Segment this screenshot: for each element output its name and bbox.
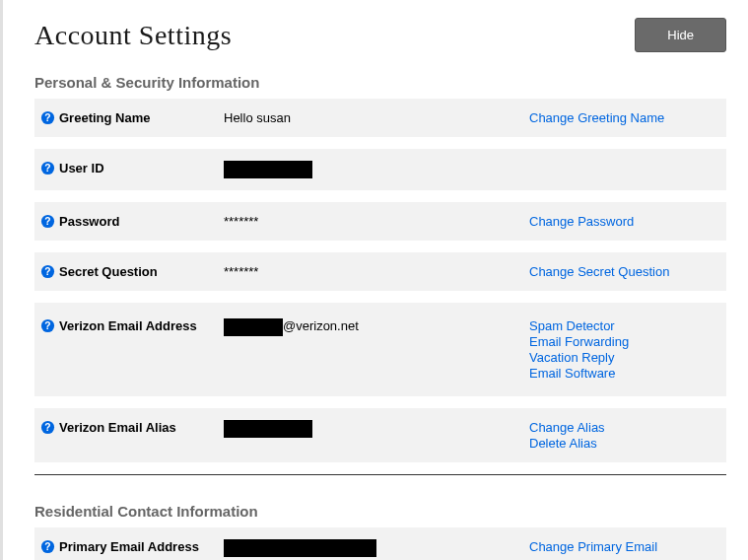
page-title: Account Settings (34, 20, 232, 51)
value-secret: ******* (224, 264, 529, 279)
link-change-primary-email[interactable]: Change Primary Email (529, 539, 716, 554)
value-greeting: Hello susan (224, 110, 529, 125)
help-icon[interactable]: ? (40, 214, 55, 229)
redacted-userid (224, 161, 312, 178)
svg-text:?: ? (44, 320, 50, 331)
help-icon[interactable]: ? (40, 539, 55, 554)
help-icon[interactable]: ? (40, 264, 55, 279)
link-change-alias[interactable]: Change Alias (529, 420, 716, 435)
help-icon[interactable]: ? (40, 110, 55, 125)
section-personal-title: Personal & Security Information (34, 74, 726, 91)
row-greeting: ? Greeting Name Hello susan Change Greet… (34, 99, 726, 137)
row-password: ? Password ******* Change Password (34, 202, 726, 241)
help-icon[interactable]: ? (40, 161, 55, 175)
link-email-forwarding[interactable]: Email Forwarding (529, 334, 716, 349)
link-change-greeting[interactable]: Change Greeting Name (529, 110, 716, 125)
redacted-email-local (224, 318, 283, 336)
divider (34, 474, 726, 475)
svg-text:?: ? (44, 216, 50, 227)
link-vacation-reply[interactable]: Vacation Reply (529, 350, 716, 365)
redacted-primary-email (224, 539, 376, 557)
hide-button[interactable]: Hide (635, 18, 726, 52)
help-icon[interactable]: ? (40, 420, 55, 435)
label-greeting: Greeting Name (59, 110, 150, 125)
label-userid: User ID (59, 161, 104, 175)
section-residential-title: Residential Contact Information (34, 503, 726, 520)
label-password: Password (59, 214, 119, 229)
row-userid: ? User ID (34, 149, 726, 190)
label-alias: Verizon Email Alias (59, 420, 176, 435)
link-change-secret[interactable]: Change Secret Question (529, 264, 716, 279)
link-email-software[interactable]: Email Software (529, 366, 716, 381)
row-email: ? Verizon Email Address @verizon.net Spa… (34, 303, 726, 396)
row-primary-email: ? Primary Email Address [Pending Verific… (34, 527, 726, 560)
link-delete-alias[interactable]: Delete Alias (529, 436, 716, 451)
label-email: Verizon Email Address (59, 318, 197, 333)
svg-text:?: ? (44, 541, 50, 552)
row-secret: ? Secret Question ******* Change Secret … (34, 252, 726, 291)
help-icon[interactable]: ? (40, 318, 55, 333)
label-primary-email: Primary Email Address (59, 539, 199, 554)
row-alias: ? Verizon Email Alias Change Alias Delet… (34, 408, 726, 462)
svg-text:?: ? (44, 422, 50, 433)
svg-text:?: ? (44, 163, 50, 174)
value-email: @verizon.net (224, 318, 529, 336)
email-domain: @verizon.net (283, 318, 359, 333)
value-password: ******* (224, 214, 529, 229)
link-change-password[interactable]: Change Password (529, 214, 716, 229)
redacted-alias (224, 420, 312, 438)
svg-text:?: ? (44, 266, 50, 277)
svg-text:?: ? (44, 112, 50, 123)
link-spam-detector[interactable]: Spam Detector (529, 318, 716, 333)
label-secret: Secret Question (59, 264, 158, 279)
